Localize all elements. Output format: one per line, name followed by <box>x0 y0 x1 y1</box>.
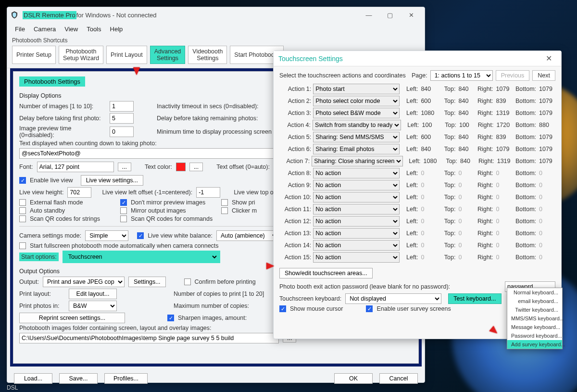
kb-item-message[interactable]: Message keyboard... <box>507 323 562 331</box>
action-select[interactable]: Photo start <box>313 84 400 94</box>
print-in-select[interactable]: B&W <box>69 301 117 311</box>
action-select[interactable]: No action <box>313 168 400 178</box>
confirm-print-checkbox[interactable] <box>184 278 191 285</box>
kb-item-password[interactable]: Password keyboard... <box>507 331 562 340</box>
bottom-input[interactable] <box>538 108 555 118</box>
bottom-input[interactable] <box>538 180 555 190</box>
bottom-input[interactable] <box>538 192 555 202</box>
tbtn-print-layout[interactable]: Print Layout <box>106 46 147 64</box>
profiles-button[interactable]: Profiles... <box>104 373 148 384</box>
countdown-text-input[interactable] <box>19 148 279 159</box>
top-input[interactable] <box>457 228 475 238</box>
live-view-settings-button[interactable]: Live view settings... <box>81 175 143 186</box>
enable-survey-checkbox[interactable]: ✓ <box>366 305 373 312</box>
external-flash-checkbox[interactable] <box>19 199 26 206</box>
lv-left-input[interactable] <box>196 187 220 198</box>
bottom-input[interactable] <box>538 84 555 94</box>
bottom-input[interactable] <box>538 216 555 226</box>
menu-help[interactable]: Help <box>106 24 127 34</box>
top-input[interactable] <box>457 216 475 226</box>
camera-mode-select[interactable]: Simple <box>85 230 128 241</box>
bottom-input[interactable] <box>538 132 555 142</box>
right-input[interactable] <box>495 192 513 202</box>
ts-close-button[interactable]: ✕ <box>539 54 558 63</box>
font-browse-button[interactable]: ... <box>118 163 131 171</box>
start-options-select[interactable]: Touchscreen <box>64 252 218 262</box>
font-input[interactable] <box>37 162 114 172</box>
right-input[interactable] <box>495 168 513 178</box>
top-input[interactable] <box>458 120 476 130</box>
left-input[interactable] <box>420 228 437 238</box>
left-input[interactable] <box>423 156 440 166</box>
text-color-swatch[interactable] <box>176 163 186 171</box>
right-input[interactable] <box>495 228 513 238</box>
sharpen-checkbox[interactable]: ✓ <box>167 315 174 321</box>
left-input[interactable] <box>420 84 437 94</box>
left-input[interactable] <box>420 132 437 142</box>
show-mouse-checkbox[interactable]: ✓ <box>279 305 286 312</box>
lv-height-input[interactable] <box>67 187 91 198</box>
text-color-button[interactable]: ... <box>189 163 203 171</box>
show-edit-areas-button[interactable]: Show/edit touchscreen areas... <box>279 268 373 278</box>
mirror-output-checkbox[interactable] <box>120 207 127 214</box>
kb-item-email[interactable]: email keyboard... <box>507 297 562 305</box>
kb-item-twitter[interactable]: Twitter keyboard... <box>507 305 562 314</box>
left-input[interactable] <box>420 253 437 262</box>
output-settings-button[interactable]: Settings... <box>128 277 166 287</box>
menu-camera[interactable]: Camera <box>30 24 60 34</box>
action-select[interactable]: Photo select B&W mode <box>313 108 400 118</box>
top-input[interactable] <box>457 84 475 94</box>
bottom-input[interactable] <box>538 156 555 166</box>
preview-input[interactable] <box>110 126 134 137</box>
menu-file[interactable]: File <box>11 24 29 34</box>
action-select[interactable]: No action <box>313 252 400 263</box>
test-keyboard-button[interactable]: Test keyboard... <box>448 293 501 304</box>
scan-qr-commands-checkbox[interactable] <box>120 215 127 222</box>
lv-wb-select[interactable]: Auto (ambience) <box>216 230 279 241</box>
left-input[interactable] <box>420 192 437 202</box>
right-input[interactable] <box>495 216 513 226</box>
next-button[interactable]: Next <box>532 70 555 81</box>
top-input[interactable] <box>457 96 475 106</box>
dont-mirror-checkbox[interactable]: ✓ <box>120 199 127 206</box>
edit-layout-button[interactable]: Edit layout... <box>69 289 117 299</box>
reprint-button[interactable]: Reprint screen settings... <box>19 313 125 323</box>
tbtn-videobooth-settings[interactable]: VideoboothSettings <box>188 46 227 64</box>
action-select[interactable]: No action <box>313 216 400 227</box>
left-input[interactable] <box>420 108 437 118</box>
action-select[interactable]: No action <box>313 228 400 239</box>
kb-item-add-survey[interactable]: Add survey keyboard... <box>507 340 562 349</box>
left-input[interactable] <box>420 96 437 106</box>
bottom-input[interactable] <box>538 204 555 214</box>
images-folder-input[interactable] <box>19 333 279 343</box>
ok-button[interactable]: OK <box>334 373 373 384</box>
top-input[interactable] <box>457 240 475 250</box>
action-select[interactable]: Sharing: Send MMS/SMS <box>313 132 400 142</box>
menu-view[interactable]: View <box>61 24 82 34</box>
prev-button[interactable]: Previous <box>496 70 530 81</box>
top-input[interactable] <box>459 156 477 166</box>
right-input[interactable] <box>495 132 513 142</box>
action-select[interactable]: Switch from standby to ready <box>313 120 401 130</box>
left-input[interactable] <box>420 204 437 214</box>
action-select[interactable]: Photo select color mode <box>313 96 400 106</box>
left-input[interactable] <box>421 120 439 130</box>
clicker-checkbox[interactable] <box>221 207 228 214</box>
page-select[interactable]: 1: actions 1 to 15 <box>430 70 493 81</box>
top-input[interactable] <box>457 253 475 262</box>
top-input[interactable] <box>457 192 475 202</box>
action-select[interactable]: No action <box>313 192 400 202</box>
minimize-button[interactable]: — <box>358 8 379 22</box>
action-select[interactable]: Sharing: Email photos <box>313 144 400 154</box>
right-input[interactable] <box>495 96 513 106</box>
top-input[interactable] <box>457 132 475 142</box>
action-select[interactable]: Sharing: Close sharing screen <box>312 156 403 166</box>
bottom-input[interactable] <box>538 228 555 238</box>
enable-live-view-checkbox[interactable]: ✓ <box>19 177 26 184</box>
ts-keyboard-select[interactable]: Not displayed <box>345 293 441 304</box>
tbtn-advanced-settings[interactable]: AdvancedSettings <box>150 46 186 64</box>
tbtn-printer-setup[interactable]: Printer Setup <box>12 46 56 64</box>
right-input[interactable] <box>495 180 513 190</box>
top-input[interactable] <box>457 144 475 154</box>
top-input[interactable] <box>457 180 475 190</box>
